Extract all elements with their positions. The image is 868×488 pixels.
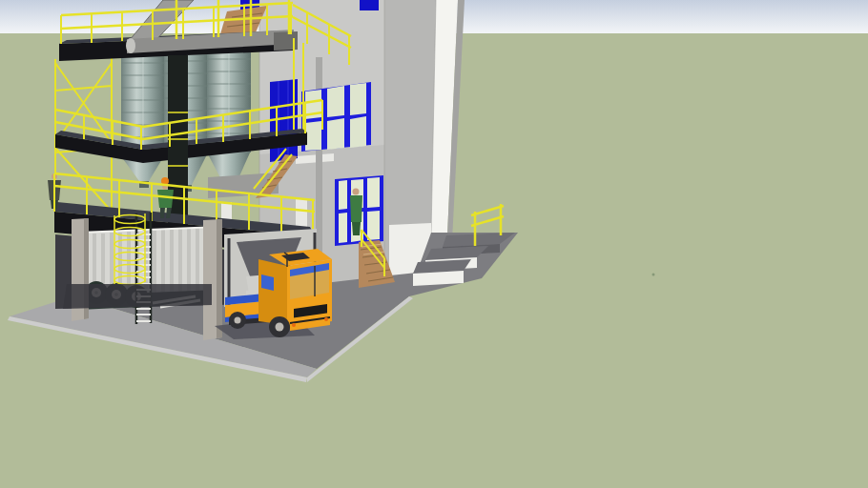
truck-indicator	[324, 317, 328, 321]
window-pane	[367, 211, 380, 240]
window-pane	[350, 116, 366, 148]
column-shade	[217, 219, 222, 338]
window-pane	[327, 118, 344, 150]
window-pane	[367, 177, 380, 208]
truck-indicator	[292, 323, 296, 327]
window-pane	[305, 121, 321, 151]
window-lower-door	[335, 175, 383, 246]
worker-legs	[352, 222, 361, 235]
truck-cab-side	[258, 259, 287, 325]
window-pane	[327, 86, 344, 117]
conveyor-end-cap	[126, 38, 135, 53]
3d-scene	[0, 0, 868, 488]
structure-shadow	[63, 284, 212, 309]
ground-mark	[652, 274, 655, 276]
window-pane	[339, 213, 347, 243]
truck-front-hub	[276, 323, 284, 332]
window-pane	[339, 180, 347, 210]
worker-head	[353, 189, 360, 195]
window-upper	[301, 82, 371, 152]
window-top-b	[360, 0, 379, 10]
window-pane	[350, 83, 366, 115]
model-viewport[interactable]	[0, 0, 868, 488]
worker-body	[350, 195, 362, 222]
worker-body	[157, 190, 174, 208]
truck-rear-hub	[235, 317, 241, 324]
